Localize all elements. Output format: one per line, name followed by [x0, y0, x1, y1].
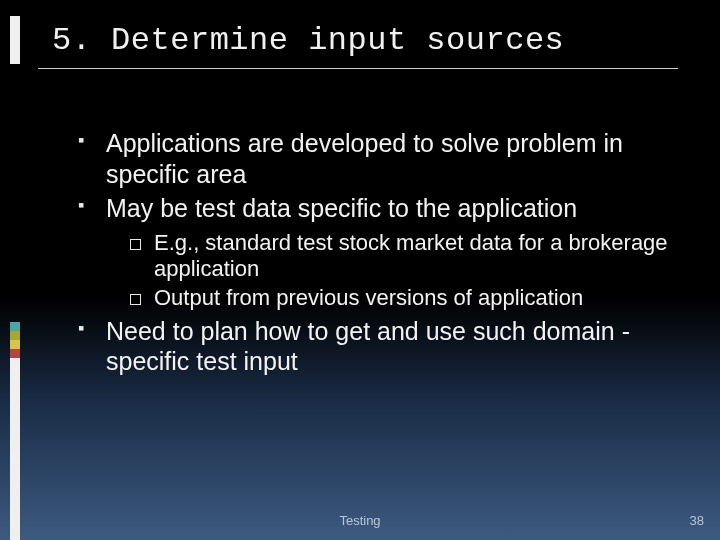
page-number: 38 [690, 513, 704, 528]
slide-body: Applications are developed to solve prob… [72, 128, 672, 381]
sub-bullet-text: Output from previous versions of applica… [154, 285, 583, 310]
bullet-item: Need to plan how to get and use such dom… [72, 316, 672, 377]
bullet-text: Applications are developed to solve prob… [106, 129, 623, 188]
footer-label: Testing [339, 513, 380, 528]
accent-bar [10, 0, 20, 540]
sub-bullet-item: E.g., standard test stock market data fo… [124, 230, 672, 284]
bullet-text: Need to plan how to get and use such dom… [106, 317, 630, 376]
slide-title: 5. Determine input sources [52, 22, 564, 59]
sub-bullet-item: Output from previous versions of applica… [124, 285, 672, 312]
bullet-item: Applications are developed to solve prob… [72, 128, 672, 189]
title-underline [38, 68, 678, 69]
bullet-text: May be test data specific to the applica… [106, 194, 577, 222]
sub-bullet-text: E.g., standard test stock market data fo… [154, 230, 668, 282]
bullet-item: May be test data specific to the applica… [72, 193, 672, 312]
